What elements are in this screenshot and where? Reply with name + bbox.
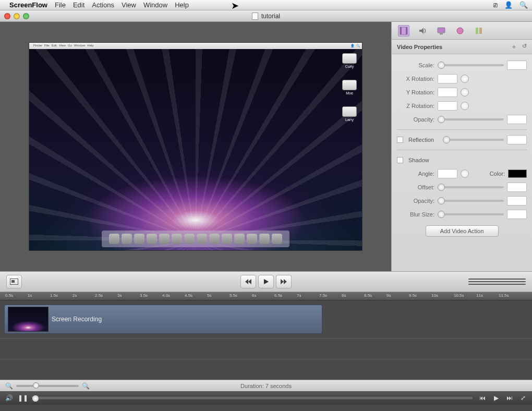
inspector-add-icon[interactable]: ＋ xyxy=(511,43,517,51)
dial-z-rotation[interactable] xyxy=(461,102,469,110)
timeline-zoom-slider[interactable] xyxy=(16,385,79,387)
next-icon[interactable]: ⏭ xyxy=(505,394,514,402)
window-title: tutorial xyxy=(261,13,280,20)
svg-rect-9 xyxy=(11,280,15,283)
user-icon[interactable]: 👤 xyxy=(504,1,513,9)
ruler-mark: 8.5s xyxy=(364,293,372,298)
timeline-ruler[interactable]: 0.5s1s1.5s2s2.5s3s3.5s4.0s4.5s5s5.5s6s6.… xyxy=(0,292,532,300)
fit-to-window-button[interactable] xyxy=(6,275,22,288)
checkbox-shadow[interactable] xyxy=(397,157,403,163)
ruler-mark: 6.5s xyxy=(274,293,282,298)
document-icon xyxy=(252,13,258,20)
input-blur[interactable] xyxy=(507,210,527,219)
inspector-tab-audio[interactable] xyxy=(417,25,428,37)
window-zoom-button[interactable] xyxy=(23,13,29,19)
app-menu[interactable]: ScreenFlow xyxy=(9,1,47,9)
ruler-mark: 5s xyxy=(207,293,211,298)
fullscreen-icon[interactable]: ⤢ xyxy=(518,394,528,402)
ruler-mark: 6s xyxy=(252,293,256,298)
camera-icon[interactable]: ⎚ xyxy=(493,1,498,9)
input-reflection[interactable] xyxy=(507,135,527,144)
slider-offset[interactable] xyxy=(438,186,504,188)
menu-edit[interactable]: Edit xyxy=(73,1,84,9)
input-y-rotation[interactable] xyxy=(438,88,457,97)
inspector-tab-annotations[interactable] xyxy=(473,25,485,37)
slider-shadow-opacity[interactable] xyxy=(438,200,504,202)
scrubber[interactable] xyxy=(31,396,474,400)
preview-desktop-icons: Curly Moe Larry xyxy=(342,53,357,122)
window-titlebar: tutorial xyxy=(0,10,532,22)
inspector-reset-icon[interactable]: ↺ xyxy=(522,43,527,51)
svg-rect-1 xyxy=(400,27,402,34)
svg-point-5 xyxy=(457,28,463,34)
menu-help[interactable]: Help xyxy=(175,1,189,9)
zoom-in-icon[interactable]: 🔍 xyxy=(82,382,90,390)
ruler-mark: 7.5s xyxy=(319,293,327,298)
ruler-mark: 10.5s xyxy=(454,293,464,298)
pause-icon[interactable]: ❚❚ xyxy=(18,394,27,402)
ruler-mark: 11.5s xyxy=(499,293,509,298)
inspector-tab-callout[interactable] xyxy=(454,25,466,37)
ruler-mark: 3.5s xyxy=(140,293,148,298)
label-angle: Angle: xyxy=(397,171,434,177)
menu-file[interactable]: File xyxy=(55,1,66,9)
timeline-tracks[interactable]: Screen Recording xyxy=(0,300,532,380)
inspector-title: Video Properties xyxy=(397,44,442,50)
label-blur: Blur Size: xyxy=(397,211,434,217)
inspector-tab-screen[interactable] xyxy=(436,25,447,37)
add-video-action-button[interactable]: Add Video Action xyxy=(426,225,499,237)
inspector-tab-video[interactable] xyxy=(398,25,409,37)
rewind-button[interactable] xyxy=(240,275,256,288)
slider-reflection[interactable] xyxy=(443,139,504,141)
swatch-shadow-color[interactable] xyxy=(508,170,527,178)
timeline-footer: 🔍 🔍 Duration: 7 seconds xyxy=(0,380,532,391)
input-shadow-opacity[interactable] xyxy=(507,196,527,206)
timeline-zoom-control[interactable] xyxy=(468,279,526,285)
clip-label: Screen Recording xyxy=(52,316,102,323)
play-button[interactable] xyxy=(258,275,274,288)
label-shadow: Shadow xyxy=(408,157,429,163)
ruler-mark: 2.5s xyxy=(95,293,103,298)
input-x-rotation[interactable] xyxy=(438,74,457,83)
input-opacity[interactable] xyxy=(507,115,527,124)
dial-angle[interactable] xyxy=(461,170,469,178)
dial-y-rotation[interactable] xyxy=(461,88,469,96)
slider-blur[interactable] xyxy=(438,213,504,215)
spotlight-icon[interactable]: 🔍 xyxy=(519,1,528,9)
timeline-clip[interactable]: Screen Recording xyxy=(4,305,322,334)
svg-rect-4 xyxy=(440,33,443,34)
inspector-panel: Video Properties ＋ ↺ Scale: X Rotation: … xyxy=(391,22,532,271)
checkbox-reflection[interactable] xyxy=(397,137,403,143)
ruler-mark: 9s xyxy=(386,293,391,298)
slider-scale[interactable] xyxy=(438,64,504,66)
input-angle[interactable] xyxy=(438,169,457,178)
zoom-out-icon[interactable]: 🔍 xyxy=(5,382,13,390)
label-y-rotation: Y Rotation: xyxy=(397,89,434,95)
menu-actions[interactable]: Actions xyxy=(92,1,114,9)
window-minimize-button[interactable] xyxy=(14,13,20,19)
canvas-area[interactable]: Finder File Edit View Go Window Help 👤🔍 … xyxy=(0,22,391,271)
input-scale[interactable] xyxy=(507,61,527,70)
label-shadow-opacity: Opacity: xyxy=(397,198,434,204)
ruler-mark: 11s xyxy=(476,293,483,298)
input-z-rotation[interactable] xyxy=(438,101,457,111)
preview-viewport[interactable]: Finder File Edit View Go Window Help 👤🔍 … xyxy=(29,42,362,251)
ruler-mark: 1s xyxy=(28,293,32,298)
slider-opacity[interactable] xyxy=(438,118,504,120)
ruler-mark: 2s xyxy=(72,293,77,298)
label-z-rotation: Z Rotation: xyxy=(397,103,434,109)
menu-window[interactable]: Window xyxy=(143,1,167,9)
input-offset[interactable] xyxy=(507,183,527,192)
window-close-button[interactable] xyxy=(4,13,10,19)
duration-label: Duration: 7 seconds xyxy=(240,383,292,389)
volume-icon[interactable]: 🔊 xyxy=(4,394,14,402)
ruler-mark: 3s xyxy=(117,293,122,298)
prev-icon[interactable]: ⏮ xyxy=(478,394,487,402)
ruler-mark: 1.5s xyxy=(50,293,58,298)
ruler-mark: 8s xyxy=(342,293,346,298)
play2-icon[interactable]: ▶ xyxy=(491,394,501,402)
forward-button[interactable] xyxy=(276,275,292,288)
svg-rect-6 xyxy=(476,28,478,34)
dial-x-rotation[interactable] xyxy=(461,75,469,83)
menu-view[interactable]: View xyxy=(122,1,136,9)
